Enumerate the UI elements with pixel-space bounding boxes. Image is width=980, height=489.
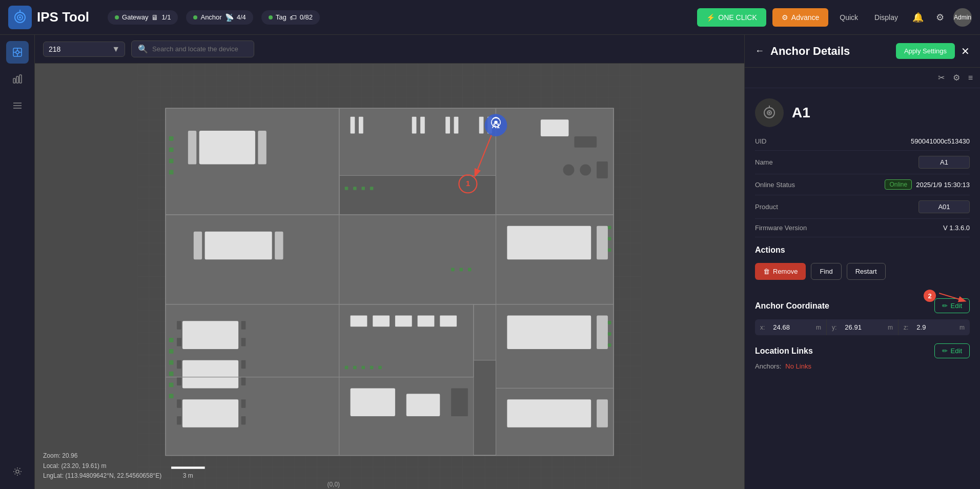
anchor-dot [193, 15, 197, 19]
svg-text:1: 1 [466, 179, 471, 188]
name-value: A1 [918, 156, 970, 169]
svg-rect-35 [445, 117, 450, 134]
svg-rect-69 [177, 416, 181, 424]
map-toolbar: 218 ▼ 🔍 [35, 35, 744, 64]
svg-rect-89 [418, 315, 435, 327]
tag-dot [269, 15, 273, 19]
svg-rect-98 [406, 394, 440, 416]
online-timestamp: 2025/1/9 15:30:13 [916, 181, 970, 189]
sidebar-item-settings[interactable] [6, 460, 29, 483]
coord-y-unit: m [886, 320, 898, 335]
svg-rect-72 [169, 349, 174, 354]
actions-title: Actions [745, 237, 980, 259]
advance-button[interactable]: ⚙ Advance [772, 8, 828, 27]
svg-rect-54 [608, 248, 611, 252]
svg-rect-32 [359, 117, 363, 134]
svg-rect-46 [205, 232, 272, 260]
svg-rect-11 [16, 76, 18, 83]
coord-x-input[interactable] [767, 319, 814, 335]
svg-rect-74 [169, 372, 174, 376]
uid-row: UID 590041000c513430 [755, 132, 970, 151]
coord-x-label: x: [755, 320, 767, 335]
svg-rect-53 [608, 237, 611, 241]
layers-icon[interactable]: ≡ [965, 70, 976, 86]
svg-rect-86 [351, 315, 368, 327]
nav-right: ⚡ ONE CLICK ⚙ Advance Quick Display 🔔 ⚙ … [697, 8, 972, 27]
sidebar-item-analytics[interactable] [6, 68, 29, 90]
display-button[interactable]: Display [869, 10, 903, 25]
floor-select[interactable]: 218 [43, 42, 125, 57]
svg-rect-85 [339, 304, 474, 377]
tag-count: 0/82 [300, 13, 313, 21]
firmware-row: Firmware Version V 1.3.6.0 [755, 219, 970, 237]
map-info: Zoom: 20.96 Local: (23.20, 19.61) m LngL… [43, 451, 161, 481]
coord-z-unit: m [957, 320, 970, 335]
svg-rect-48 [275, 232, 283, 260]
svg-rect-51 [597, 226, 608, 260]
local-value: (23.20, 19.61) m [61, 462, 106, 470]
svg-rect-77 [339, 215, 496, 304]
svg-rect-25 [169, 148, 174, 152]
map-canvas[interactable]: A1 1 3 m (0,0) [35, 64, 744, 489]
svg-rect-113 [468, 268, 472, 272]
svg-rect-97 [351, 388, 395, 416]
svg-rect-71 [169, 338, 174, 342]
coord-z-label: z: [899, 320, 910, 335]
loc-links-edit-button[interactable]: ✏ Edit [934, 343, 970, 358]
coordinate-section: Anchor Coordinate ✏ Edit x: m y: m [745, 298, 980, 343]
svg-rect-111 [451, 268, 455, 272]
quick-button[interactable]: Quick [834, 10, 863, 25]
svg-rect-73 [169, 360, 174, 365]
advance-label: Advance [791, 13, 819, 22]
search-input[interactable] [152, 45, 248, 53]
svg-rect-40 [541, 119, 569, 136]
loc-edit-icon: ✏ [942, 347, 948, 355]
logo-area: IPS Tool [8, 6, 89, 29]
name-label: Name [755, 158, 773, 166]
apply-settings-button[interactable]: Apply Settings [896, 43, 955, 59]
sidebar-item-list[interactable] [6, 94, 29, 117]
tag-label: Tag [276, 13, 287, 21]
svg-rect-56 [182, 321, 238, 349]
svg-rect-58 [241, 321, 246, 329]
svg-rect-59 [177, 338, 181, 346]
advance-icon: ⚙ [782, 13, 788, 22]
right-panel: ← Anchor Details Apply Settings ✕ ✂ ⚙ ≡ … [744, 35, 980, 489]
product-label: Product [755, 203, 778, 211]
tag-status: Tag 🏷 0/82 [261, 10, 320, 25]
logo-icon [8, 6, 32, 29]
svg-rect-87 [373, 315, 390, 327]
back-button[interactable]: ← [755, 46, 764, 56]
annotation-2-badge: 2 [924, 290, 936, 302]
actions-row: 🗑 Remove Find Restart [745, 259, 980, 288]
svg-rect-118 [353, 187, 357, 190]
actions-section: Actions 🗑 Remove Find Restart [745, 237, 980, 288]
configure-icon[interactable]: ⚙ [950, 70, 963, 86]
bell-icon[interactable]: 🔔 [909, 9, 927, 26]
online-status-label: Online Status [755, 181, 795, 189]
loc-edit-label: Edit [951, 347, 962, 355]
svg-rect-83 [507, 399, 591, 427]
svg-rect-42 [563, 165, 575, 176]
one-click-button[interactable]: ⚡ ONE CLICK [697, 8, 766, 27]
svg-rect-117 [345, 187, 349, 190]
anchor-count: 4/4 [237, 13, 246, 21]
remove-button[interactable]: 🗑 Remove [755, 263, 806, 280]
panel-title: Anchor Details [770, 45, 890, 58]
close-button[interactable]: ✕ [961, 45, 970, 57]
settings-icon[interactable]: ⚙ [933, 9, 947, 26]
no-links-value[interactable]: No Links [785, 362, 811, 370]
restart-button[interactable]: Restart [847, 263, 886, 280]
svg-rect-119 [361, 187, 365, 190]
coord-y-input[interactable] [839, 319, 886, 335]
avatar[interactable]: Admin [953, 8, 972, 27]
search-box: 🔍 [131, 40, 254, 57]
svg-rect-52 [608, 226, 611, 230]
sidebar-item-map[interactable] [6, 41, 29, 64]
coord-z-input[interactable] [910, 319, 957, 335]
find-button[interactable]: Find [811, 263, 841, 280]
svg-rect-75 [169, 383, 174, 388]
anchors-label: Anchors: [755, 362, 781, 370]
svg-rect-115 [608, 332, 611, 336]
scissors-icon[interactable]: ✂ [935, 70, 948, 86]
